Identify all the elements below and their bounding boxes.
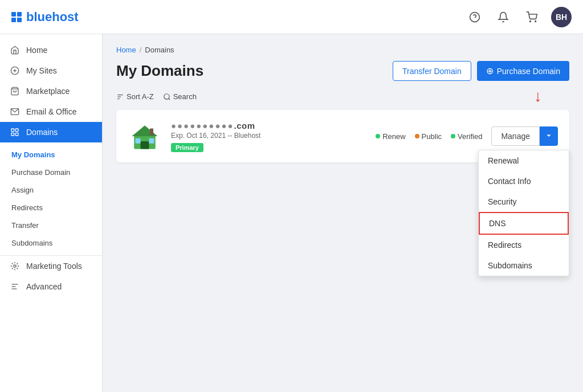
- dropdown-item-subdomains[interactable]: Subdomains: [479, 255, 569, 276]
- sidebar-item-marketing-tools[interactable]: Marketing Tools: [0, 256, 102, 276]
- manage-button[interactable]: Manage: [491, 126, 540, 146]
- dropdown-item-contact-info[interactable]: Contact Info: [479, 171, 569, 191]
- page-title: My Domains: [116, 62, 203, 80]
- help-icon[interactable]: [466, 8, 484, 26]
- main-content: Home / Domains My Domains Transfer Domai…: [103, 34, 583, 392]
- domain-card: ↓: [116, 110, 569, 162]
- home-icon: [9, 46, 21, 55]
- manage-dropdown-toggle[interactable]: [540, 126, 558, 146]
- svg-rect-10: [15, 133, 18, 136]
- breadcrumb-separator: /: [140, 46, 142, 54]
- domain-name: ●●●●●●●●●●.com: [171, 121, 366, 130]
- sidebar-item-marketing-tools-label: Marketing Tools: [26, 262, 82, 271]
- svg-point-11: [14, 265, 16, 267]
- domain-status: Renew Public Verified: [376, 132, 482, 141]
- sidebar-item-advanced[interactable]: Advanced: [0, 276, 102, 297]
- dropdown-item-renewal[interactable]: Renewal: [479, 150, 569, 171]
- header-actions: Transfer Domain ⊕ Purchase Domain: [393, 61, 569, 81]
- manage-dropdown-menu: Renewal Contact Info Security DNS Redire…: [478, 150, 569, 276]
- subnav-purchase-domain[interactable]: Purchase Domain: [0, 164, 102, 181]
- bell-icon[interactable]: [494, 8, 512, 26]
- sidebar-item-domains-label: Domains: [26, 128, 58, 137]
- logo-text: bluehost: [26, 10, 79, 24]
- svg-rect-24: [149, 138, 154, 144]
- svg-rect-9: [11, 133, 14, 136]
- layout: Home My Sites Marketplace Email & Office: [0, 34, 583, 392]
- logo-grid-icon: [11, 12, 22, 22]
- primary-badge: Primary: [171, 143, 203, 152]
- transfer-domain-button[interactable]: Transfer Domain: [393, 61, 471, 81]
- sidebar-item-my-sites-label: My Sites: [26, 66, 57, 75]
- toolbar: Sort A-Z Search: [116, 92, 569, 101]
- cart-icon[interactable]: [523, 8, 541, 26]
- dropdown-item-dns[interactable]: DNS: [479, 212, 569, 235]
- sidebar-item-marketplace[interactable]: Marketplace: [0, 81, 102, 101]
- dropdown-item-redirects[interactable]: Redirects: [479, 235, 569, 255]
- marketing-icon: [9, 262, 21, 271]
- sidebar-item-email-office[interactable]: Email & Office: [0, 101, 102, 122]
- domains-icon: [9, 128, 21, 137]
- renew-dot: [376, 134, 380, 138]
- purchase-domain-button[interactable]: ⊕ Purchase Domain: [477, 61, 569, 81]
- public-label: Public: [422, 132, 442, 141]
- svg-rect-7: [11, 129, 14, 132]
- subnav-my-domains[interactable]: My Domains: [0, 146, 102, 164]
- breadcrumb-home[interactable]: Home: [116, 46, 136, 54]
- bag-icon: [9, 87, 21, 96]
- domain-logo: [128, 119, 162, 153]
- plus-icon: ⊕: [486, 66, 494, 76]
- sidebar-item-home[interactable]: Home: [0, 40, 102, 60]
- page-header: My Domains Transfer Domain ⊕ Purchase Do…: [116, 61, 569, 81]
- sort-button[interactable]: Sort A-Z: [116, 92, 154, 101]
- svg-marker-21: [132, 125, 158, 136]
- sidebar-item-advanced-label: Advanced: [26, 282, 62, 291]
- sort-label: Sort A-Z: [127, 92, 154, 101]
- svg-point-3: [535, 21, 536, 22]
- search-icon: [163, 93, 171, 101]
- subnav-transfer[interactable]: Transfer: [0, 217, 102, 234]
- domain-expiry: Exp. Oct 16, 2021 -- Bluehost: [171, 132, 366, 140]
- header-icons: BH: [466, 7, 572, 27]
- red-arrow-annotation: ↓: [534, 88, 542, 104]
- svg-point-2: [530, 21, 531, 22]
- avatar[interactable]: BH: [551, 7, 572, 27]
- chevron-down-icon: [545, 132, 552, 139]
- sidebar-item-home-label: Home: [26, 46, 47, 55]
- svg-rect-25: [150, 129, 153, 136]
- sidebar-item-domains[interactable]: Domains: [0, 122, 102, 142]
- logo-area[interactable]: bluehost: [11, 10, 79, 24]
- svg-rect-8: [15, 129, 18, 132]
- wordpress-icon: [9, 66, 21, 75]
- search-button[interactable]: Search: [163, 92, 197, 101]
- status-public: Public: [415, 132, 442, 141]
- manage-group: Manage: [491, 126, 558, 146]
- advanced-icon: [9, 282, 21, 291]
- email-icon: [9, 107, 21, 116]
- dropdown-item-security[interactable]: Security: [479, 191, 569, 212]
- verified-dot: [451, 134, 455, 138]
- verified-label: Verified: [458, 132, 482, 141]
- sidebar: Home My Sites Marketplace Email & Office: [0, 34, 103, 392]
- status-renew: Renew: [376, 132, 405, 141]
- domain-info: ●●●●●●●●●●.com Exp. Oct 16, 2021 -- Blue…: [171, 121, 366, 152]
- svg-point-18: [164, 93, 169, 99]
- sidebar-item-email-office-label: Email & Office: [26, 107, 76, 116]
- status-verified: Verified: [451, 132, 482, 141]
- public-dot: [415, 134, 419, 138]
- search-label: Search: [173, 92, 197, 101]
- renew-label: Renew: [382, 132, 405, 141]
- svg-rect-23: [136, 138, 141, 144]
- subnav-subdomains[interactable]: Subdomains: [0, 234, 102, 252]
- svg-line-19: [168, 98, 170, 100]
- domains-sub-nav: My Domains Purchase Domain Assign Redire…: [0, 142, 102, 256]
- breadcrumb-current: Domains: [145, 46, 174, 54]
- subnav-redirects[interactable]: Redirects: [0, 199, 102, 217]
- sort-icon: [116, 93, 124, 101]
- subnav-assign[interactable]: Assign: [0, 181, 102, 199]
- breadcrumb: Home / Domains: [116, 46, 569, 54]
- sidebar-item-marketplace-label: Marketplace: [26, 87, 70, 96]
- top-header: bluehost BH: [0, 0, 583, 34]
- sidebar-item-my-sites[interactable]: My Sites: [0, 60, 102, 81]
- svg-rect-22: [141, 141, 149, 149]
